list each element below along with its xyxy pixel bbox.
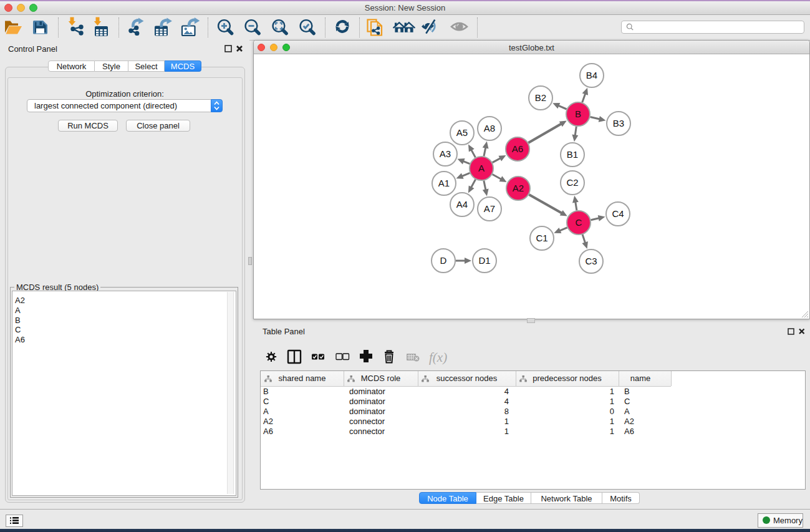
svg-text:A6: A6	[512, 143, 523, 154]
svg-text:A3: A3	[440, 148, 451, 159]
svg-text:D1: D1	[478, 255, 490, 266]
svg-text:C: C	[576, 217, 582, 228]
svg-text:B: B	[575, 109, 581, 119]
svg-text:A4: A4	[456, 199, 468, 210]
svg-text:D: D	[440, 255, 447, 266]
svg-text:B2: B2	[535, 92, 546, 103]
svg-text:A8: A8	[484, 123, 495, 133]
svg-text:B4: B4	[586, 70, 597, 80]
svg-text:A: A	[478, 163, 485, 173]
svg-text:C3: C3	[585, 256, 597, 266]
svg-text:B3: B3	[613, 118, 624, 128]
svg-text:A7: A7	[484, 203, 495, 214]
svg-text:C2: C2	[566, 177, 578, 188]
svg-text:C1: C1	[536, 233, 547, 243]
svg-text:A1: A1	[438, 178, 450, 188]
svg-text:A5: A5	[456, 127, 468, 138]
svg-text:f(x): f(x)	[429, 350, 447, 365]
svg-text:A2: A2	[513, 183, 524, 193]
svg-text:C4: C4	[612, 208, 624, 219]
svg-text:B1: B1	[567, 149, 578, 160]
